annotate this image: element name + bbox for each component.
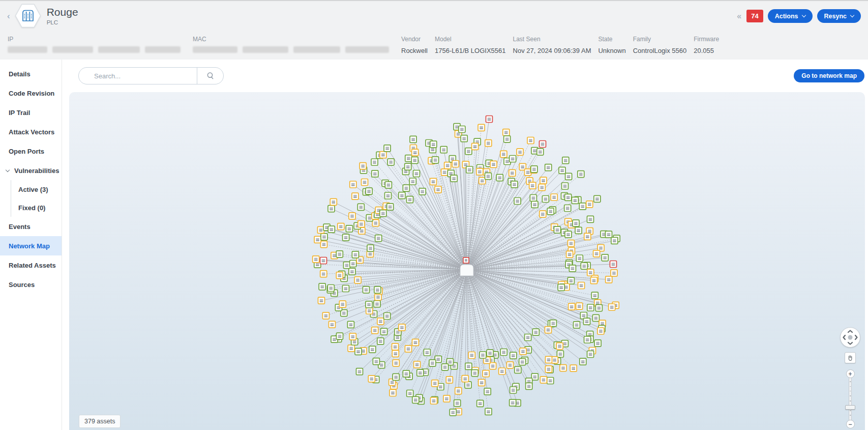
graph-node[interactable] <box>320 241 327 248</box>
graph-node[interactable] <box>399 192 405 199</box>
graph-node[interactable] <box>328 206 335 212</box>
graph-node[interactable] <box>377 338 384 345</box>
sidebar-item-events[interactable]: Events <box>0 217 62 236</box>
graph-node[interactable] <box>556 343 563 350</box>
graph-node[interactable] <box>532 329 539 335</box>
graph-node[interactable] <box>565 173 572 180</box>
graph-node[interactable] <box>540 211 546 217</box>
graph-node[interactable] <box>362 179 368 186</box>
graph-node[interactable] <box>451 175 457 182</box>
graph-node[interactable] <box>510 399 516 406</box>
graph-node[interactable] <box>343 262 350 269</box>
graph-node[interactable] <box>578 282 585 289</box>
graph-node[interactable] <box>369 346 376 353</box>
graph-node[interactable] <box>485 140 492 147</box>
graph-node[interactable] <box>432 380 438 387</box>
graph-node[interactable] <box>515 366 521 373</box>
graph-node[interactable] <box>360 163 366 169</box>
graph-node[interactable] <box>562 157 569 164</box>
graph-node[interactable] <box>410 136 416 142</box>
search-input[interactable] <box>79 68 197 84</box>
graph-node[interactable] <box>339 301 346 307</box>
graph-node[interactable] <box>430 178 437 185</box>
graph-node[interactable] <box>349 333 356 340</box>
graph-node[interactable] <box>565 231 572 238</box>
graph-node[interactable] <box>480 352 486 358</box>
graph-node[interactable] <box>576 255 583 262</box>
graph-node[interactable] <box>496 175 503 181</box>
graph-node[interactable] <box>575 227 582 234</box>
graph-node[interactable] <box>430 141 437 148</box>
graph-node[interactable] <box>446 377 453 383</box>
graph-node[interactable] <box>557 351 563 357</box>
graph-node[interactable] <box>545 327 552 333</box>
graph-node[interactable] <box>431 397 437 404</box>
graph-node[interactable] <box>559 167 565 174</box>
graph-node[interactable] <box>443 395 450 402</box>
graph-node[interactable] <box>565 194 572 200</box>
graph-node[interactable] <box>327 285 334 292</box>
graph-node[interactable] <box>517 149 523 155</box>
graph-node[interactable] <box>483 370 489 377</box>
graph-node[interactable] <box>319 283 325 290</box>
graph-node[interactable] <box>377 318 384 325</box>
graph-node[interactable] <box>405 346 412 352</box>
graph-node[interactable] <box>405 155 412 162</box>
graph-node[interactable] <box>591 277 597 284</box>
graph-node[interactable] <box>313 256 319 263</box>
graph-node[interactable] <box>432 157 439 163</box>
graph-node[interactable] <box>587 351 594 358</box>
graph-node[interactable] <box>520 348 526 355</box>
graph-node[interactable] <box>584 233 591 240</box>
graph-node[interactable] <box>412 396 419 403</box>
graph-node[interactable] <box>573 220 579 226</box>
graph-node[interactable] <box>435 186 441 193</box>
graph-node[interactable] <box>462 376 468 382</box>
graph-node[interactable] <box>367 245 374 251</box>
sidebar-item-attack-vectors[interactable]: Attack Vectors <box>0 122 62 141</box>
graph-node[interactable] <box>403 370 409 377</box>
graph-node[interactable] <box>387 159 394 165</box>
graph-node[interactable] <box>413 170 420 177</box>
graph-node[interactable] <box>485 408 492 415</box>
graph-node[interactable] <box>514 198 521 205</box>
graph-node[interactable] <box>346 225 352 232</box>
sidebar-item-fixed-0[interactable]: Fixed (0) <box>11 198 62 217</box>
graph-node[interactable] <box>322 312 329 319</box>
graph-node[interactable] <box>318 297 325 304</box>
graph-node[interactable] <box>606 231 612 238</box>
graph-node[interactable] <box>349 268 355 275</box>
zoom-slider-handle[interactable] <box>845 405 855 410</box>
graph-node[interactable] <box>478 124 485 131</box>
graph-node[interactable] <box>538 184 545 191</box>
graph-node[interactable] <box>465 363 472 369</box>
graph-node[interactable] <box>352 193 358 199</box>
graph-node[interactable] <box>356 368 363 375</box>
graph-node[interactable] <box>574 322 580 328</box>
go-to-network-map-button[interactable]: Go to network map <box>794 69 864 82</box>
graph-node[interactable] <box>554 226 561 233</box>
sidebar-item-active-3[interactable]: Active (3) <box>11 180 62 198</box>
graph-node[interactable] <box>587 304 594 311</box>
sidebar-item-related-assets[interactable]: Related Assets <box>0 255 62 275</box>
zoom-in-button[interactable]: + <box>846 369 855 378</box>
graph-node[interactable] <box>510 387 517 393</box>
network-map-canvas[interactable]: 379 assets <box>69 92 865 430</box>
pan-control[interactable] <box>840 327 860 348</box>
graph-node[interactable] <box>562 183 568 189</box>
graph-node[interactable] <box>558 284 564 291</box>
graph-node[interactable] <box>545 164 552 171</box>
graph-node[interactable] <box>411 157 418 163</box>
graph-node[interactable] <box>320 271 327 277</box>
graph-node[interactable] <box>511 181 518 188</box>
graph-node[interactable] <box>580 358 586 365</box>
graph-node[interactable] <box>547 378 554 384</box>
graph-node[interactable] <box>390 390 396 396</box>
sidebar-item-sources[interactable]: Sources <box>0 275 62 294</box>
graph-node[interactable] <box>484 388 491 395</box>
graph-node[interactable] <box>503 129 510 136</box>
sidebar-item-details[interactable]: Details <box>0 64 62 83</box>
graph-node[interactable] <box>500 151 507 157</box>
graph-node[interactable] <box>393 360 399 366</box>
graph-node[interactable] <box>564 205 571 212</box>
